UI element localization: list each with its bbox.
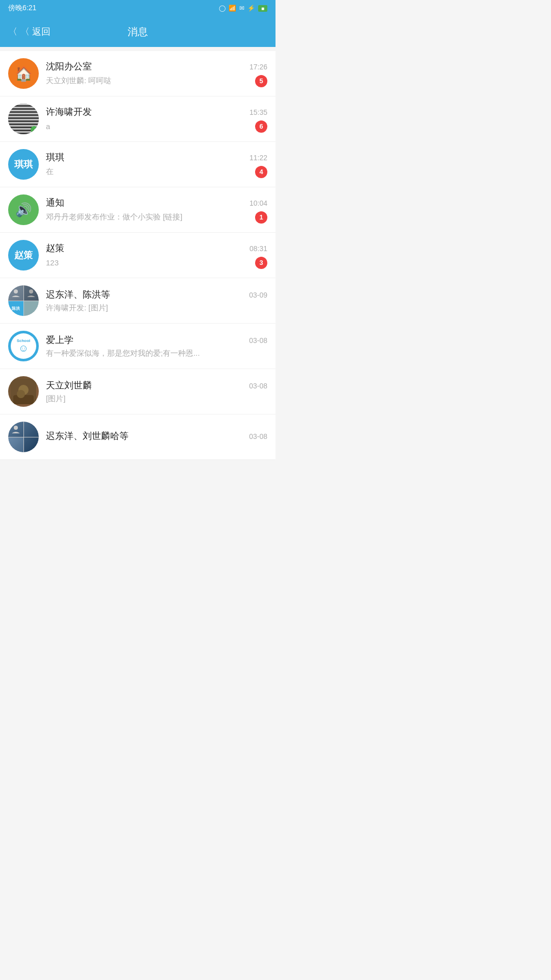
- avatar: [8, 422, 39, 452]
- contact-name: 沈阳办公室: [46, 60, 92, 72]
- status-time: 傍晚6:21: [8, 4, 36, 13]
- avatar-text: 琪琪: [14, 158, 33, 170]
- svg-point-5: [17, 390, 25, 398]
- group-avatar: 陈洪: [8, 285, 39, 316]
- list-item[interactable]: School ☺ 爱上学 03-08 有一种爱深似海，那是您对我的爱;有一种恩.…: [0, 324, 276, 369]
- back-icon: 〈: [8, 26, 17, 38]
- unread-badge: 5: [255, 75, 267, 87]
- contact-name: 琪琪: [46, 151, 64, 163]
- avatar: School ☺: [8, 331, 39, 361]
- contact-name: 天立刘世麟: [46, 379, 92, 391]
- list-item[interactable]: 🔊 通知 10:04 邓丹丹老师发布作业：做个小实验 [链接] 1: [0, 187, 276, 233]
- unread-badge: 1: [255, 211, 267, 224]
- contact-name: 迟东洋、陈洪等: [46, 288, 110, 301]
- header: 〈 〈 返回 消息: [0, 16, 276, 47]
- message-time: 17:26: [249, 63, 267, 71]
- alarm-icon: ◯: [219, 5, 226, 12]
- message-content: 迟东洋、陈洪等 03-09 许海啸开发: [图片]: [46, 288, 267, 313]
- status-bar: 傍晚6:21 ◯ 📶 ✉ ⚡ ■: [0, 0, 276, 16]
- message-content: 迟东洋、刘世麟哈等 03-08: [46, 430, 267, 445]
- back-button[interactable]: 〈 〈 返回: [8, 26, 51, 38]
- message-content: 通知 10:04 邓丹丹老师发布作业：做个小实验 [链接] 1: [46, 197, 267, 224]
- battery-icon: ■: [258, 5, 267, 12]
- contact-name: 通知: [46, 197, 64, 209]
- message-content: 爱上学 03-08 有一种爱深似海，那是您对我的爱;有一种恩...: [46, 334, 267, 358]
- battery-charging-icon: ⚡: [247, 5, 255, 12]
- avatar: 陈洪: [8, 285, 39, 316]
- message-time: 03-09: [249, 291, 267, 299]
- contact-name: 迟东洋、刘世麟哈等: [46, 430, 129, 442]
- avatar: ♪: [8, 104, 39, 134]
- message-preview: a: [46, 122, 50, 131]
- message-time: 11:22: [249, 154, 267, 162]
- list-item[interactable]: 迟东洋、刘世麟哈等 03-08: [0, 414, 276, 460]
- message-content: 许海啸开发 15:35 a 6: [46, 106, 267, 133]
- svg-point-6: [14, 426, 18, 430]
- smile-icon: ☺: [18, 343, 29, 353]
- unread-badge: 6: [255, 120, 267, 133]
- list-item[interactable]: 天立刘世麟 03-08 [图片]: [0, 369, 276, 414]
- music-icon: ♪: [31, 126, 38, 133]
- message-content: 琪琪 11:22 在 4: [46, 151, 267, 178]
- speaker-icon: 🔊: [15, 202, 32, 218]
- avatar: [8, 376, 39, 407]
- message-list: 🏠 沈阳办公室 17:26 天立刘世麟: 呵呵哒 5 ♪ 许海啸开发 15:35: [0, 51, 276, 460]
- svg-point-0: [14, 289, 18, 293]
- page-title: 消息: [128, 25, 148, 39]
- message-content: 赵策 08:31 123 3: [46, 242, 267, 269]
- message-preview: 许海啸开发: [图片]: [46, 303, 108, 313]
- back-label: 〈 返回: [20, 26, 51, 38]
- message-time: 03-08: [249, 382, 267, 390]
- avatar: 🔊: [8, 194, 39, 225]
- message-time: 15:35: [249, 108, 267, 116]
- message-preview: [图片]: [46, 394, 65, 404]
- svg-point-1: [29, 289, 33, 293]
- photo-icon: [11, 379, 36, 404]
- status-icons: ◯ 📶 ✉ ⚡ ■: [219, 5, 267, 12]
- list-item[interactable]: 赵策 赵策 08:31 123 3: [0, 233, 276, 278]
- message-content: 天立刘世麟 03-08 [图片]: [46, 379, 267, 404]
- list-item[interactable]: ♪ 许海啸开发 15:35 a 6: [0, 96, 276, 142]
- message-content: 沈阳办公室 17:26 天立刘世麟: 呵呵哒 5: [46, 60, 267, 87]
- message-time: 10:04: [249, 199, 267, 207]
- message-preview: 在: [46, 167, 54, 177]
- list-item[interactable]: 🏠 沈阳办公室 17:26 天立刘世麟: 呵呵哒 5: [0, 51, 276, 96]
- message-time: 03-08: [249, 336, 267, 345]
- wifi-icon: 📶: [229, 5, 236, 12]
- message-preview: 有一种爱深似海，那是您对我的爱;有一种恩...: [46, 349, 200, 358]
- house-icon: 🏠: [15, 65, 33, 82]
- message-preview: 邓丹丹老师发布作业：做个小实验 [链接]: [46, 212, 183, 222]
- unread-badge: 3: [255, 257, 267, 269]
- contact-name: 赵策: [46, 242, 64, 254]
- contact-name: 爱上学: [46, 334, 73, 346]
- message-preview: 天立刘世麟: 呵呵哒: [46, 76, 111, 86]
- list-item[interactable]: 陈洪 迟东洋、陈洪等 03-09 许海啸开发: [图片]: [0, 278, 276, 324]
- unread-badge: 4: [255, 166, 267, 178]
- message-time: 08:31: [249, 244, 267, 253]
- message-icon: ✉: [239, 5, 244, 12]
- avatar-text: 赵策: [14, 249, 33, 261]
- list-item[interactable]: 琪琪 琪琪 11:22 在 4: [0, 142, 276, 187]
- contact-name: 许海啸开发: [46, 106, 92, 118]
- group-avatar-2: [8, 422, 39, 452]
- avatar: 赵策: [8, 240, 39, 271]
- message-time: 03-08: [249, 432, 267, 440]
- avatar: 🏠: [8, 58, 39, 89]
- avatar: 琪琪: [8, 149, 39, 180]
- message-preview: 123: [46, 258, 59, 267]
